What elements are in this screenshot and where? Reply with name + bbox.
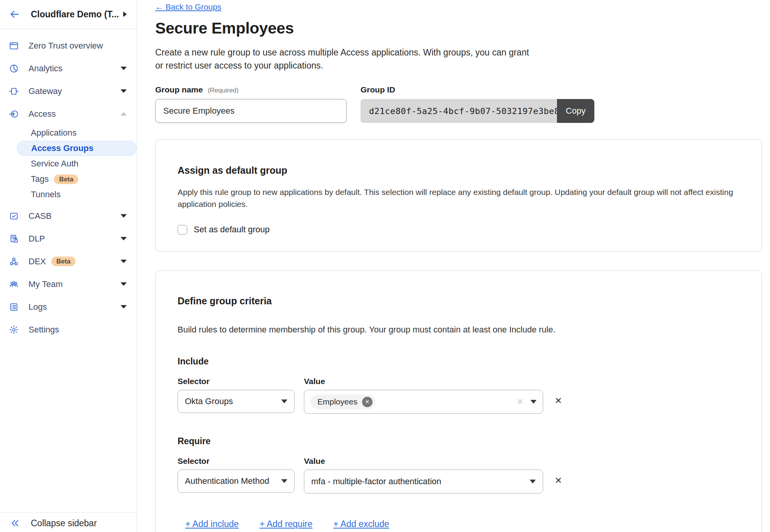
logs-icon xyxy=(9,302,19,312)
chevron-down-icon xyxy=(281,399,287,403)
remove-require-rule-icon[interactable]: ✕ xyxy=(555,475,562,486)
chevron-down-icon[interactable] xyxy=(121,282,127,286)
page-title: Secure Employees xyxy=(155,19,762,37)
group-id-box: d21ce80f-5a25-4bcf-9b07-5032197e3be8 Cop… xyxy=(361,99,594,123)
require-heading: Require xyxy=(178,436,739,446)
chevron-up-icon[interactable] xyxy=(121,112,127,116)
sidebar-item-service-auth[interactable]: Service Auth xyxy=(0,156,137,171)
group-id-label: Group ID xyxy=(361,85,594,94)
chevron-down-icon[interactable] xyxy=(121,260,127,263)
rule-actions: + Add include + Add require + Add exclud… xyxy=(185,519,739,529)
document-lock-icon xyxy=(9,234,19,244)
sidebar-item-dex[interactable]: DEX Beta xyxy=(0,250,137,273)
require-selector-label: Selector xyxy=(178,456,295,466)
account-name[interactable]: Cloudflare Demo (T... xyxy=(31,9,119,20)
default-group-title: Assign as default group xyxy=(178,165,739,176)
criteria-title: Define group criteria xyxy=(178,295,739,307)
back-to-groups-link[interactable]: ← Back to Groups xyxy=(155,2,221,12)
collapse-sidebar[interactable]: Collapse sidebar xyxy=(0,512,137,532)
set-default-label[interactable]: Set as default group xyxy=(194,225,270,235)
sidebar: Cloudflare Demo (T... Zero Trust overvie… xyxy=(0,0,137,532)
sidebar-header: Cloudflare Demo (T... xyxy=(0,0,137,29)
employees-tag: Employees ✕ xyxy=(310,394,376,409)
chevron-down-icon[interactable] xyxy=(121,89,127,93)
group-identity-row: Group name (Required) Group ID d21ce80f-… xyxy=(155,85,762,123)
people-icon xyxy=(9,279,19,289)
require-value-label: Value xyxy=(304,456,543,466)
beta-badge: Beta xyxy=(54,175,78,184)
group-name-field-block: Group name (Required) xyxy=(155,85,347,123)
require-value-dropdown[interactable]: mfa - multiple-factor authentication xyxy=(304,470,543,493)
tag-remove-icon[interactable]: ✕ xyxy=(362,397,372,407)
default-group-description: Apply this rule group to new application… xyxy=(178,186,739,210)
add-exclude-link[interactable]: + Add exclude xyxy=(333,519,389,529)
group-name-input[interactable] xyxy=(155,99,347,123)
include-selector-label: Selector xyxy=(178,377,295,386)
chevron-down-icon xyxy=(281,479,287,483)
include-heading: Include xyxy=(178,356,739,367)
window-icon xyxy=(9,41,19,51)
default-group-card: Assign as default group Apply this rule … xyxy=(155,139,762,252)
page-description: Create a new rule group to use across mu… xyxy=(155,46,762,72)
casb-icon xyxy=(9,211,19,221)
sidebar-item-logs[interactable]: Logs xyxy=(0,295,137,318)
gateway-icon xyxy=(9,86,19,96)
sidebar-item-tags[interactable]: Tags Beta xyxy=(0,171,137,187)
sidebar-nav: Zero Trust overview Analytics Gateway Ac… xyxy=(0,29,137,512)
remove-include-rule-icon[interactable]: ✕ xyxy=(555,396,562,406)
copy-button[interactable]: Copy xyxy=(557,99,594,123)
network-icon xyxy=(9,257,19,267)
set-default-checkbox[interactable] xyxy=(178,225,187,235)
chevron-down-icon[interactable] xyxy=(121,214,127,218)
pie-chart-icon xyxy=(9,64,19,74)
group-name-label: Group name xyxy=(155,85,203,94)
group-id-value: d21ce80f-5a25-4bcf-9b07-5032197e3be8 xyxy=(361,99,557,123)
require-selector-dropdown[interactable]: Authentication Method xyxy=(178,470,295,493)
add-include-link[interactable]: + Add include xyxy=(185,519,239,529)
group-id-block: Group ID d21ce80f-5a25-4bcf-9b07-5032197… xyxy=(361,85,594,123)
sidebar-item-my-team[interactable]: My Team xyxy=(0,273,137,295)
chevron-down-icon xyxy=(530,400,537,404)
chevron-down-icon[interactable] xyxy=(121,305,127,309)
sidebar-item-applications[interactable]: Applications xyxy=(0,125,137,141)
back-arrow-icon[interactable] xyxy=(9,9,20,20)
main-content: ← Back to Groups Secure Employees Create… xyxy=(137,0,770,532)
sidebar-item-gateway[interactable]: Gateway xyxy=(0,80,137,102)
criteria-description: Build rules to determine membership of t… xyxy=(178,325,739,335)
access-icon xyxy=(9,109,19,119)
sidebar-item-casb[interactable]: CASB xyxy=(0,205,137,227)
sidebar-item-zero-trust-overview[interactable]: Zero Trust overview xyxy=(0,34,137,57)
sidebar-item-analytics[interactable]: Analytics xyxy=(0,57,137,80)
include-rule-row: Selector Okta Groups Value Employees ✕ ✕ xyxy=(178,377,739,414)
sidebar-item-access-groups[interactable]: Access Groups xyxy=(17,141,137,156)
required-hint: (Required) xyxy=(208,87,238,94)
require-rule-row: Selector Authentication Method Value mfa… xyxy=(178,456,739,493)
account-caret-icon[interactable] xyxy=(123,12,127,17)
include-value-label: Value xyxy=(304,377,543,386)
clear-value-icon[interactable]: ✕ xyxy=(517,397,523,406)
chevron-down-icon xyxy=(530,480,536,483)
default-group-checkbox-row: Set as default group xyxy=(178,225,739,235)
sidebar-item-dlp[interactable]: DLP xyxy=(0,227,137,250)
include-value-multiselect[interactable]: Employees ✕ ✕ xyxy=(304,390,543,414)
beta-badge: Beta xyxy=(51,257,75,266)
chevron-down-icon[interactable] xyxy=(121,237,127,240)
sidebar-item-tunnels[interactable]: Tunnels xyxy=(0,187,137,202)
add-require-link[interactable]: + Add require xyxy=(260,519,312,529)
sidebar-item-settings[interactable]: Settings xyxy=(0,318,137,341)
criteria-card: Define group criteria Build rules to det… xyxy=(155,270,762,532)
sidebar-item-access[interactable]: Access xyxy=(0,102,137,125)
gear-icon xyxy=(9,325,19,335)
chevron-down-icon[interactable] xyxy=(121,67,127,70)
include-selector-dropdown[interactable]: Okta Groups xyxy=(178,390,295,413)
double-chevron-left-icon xyxy=(10,518,20,528)
